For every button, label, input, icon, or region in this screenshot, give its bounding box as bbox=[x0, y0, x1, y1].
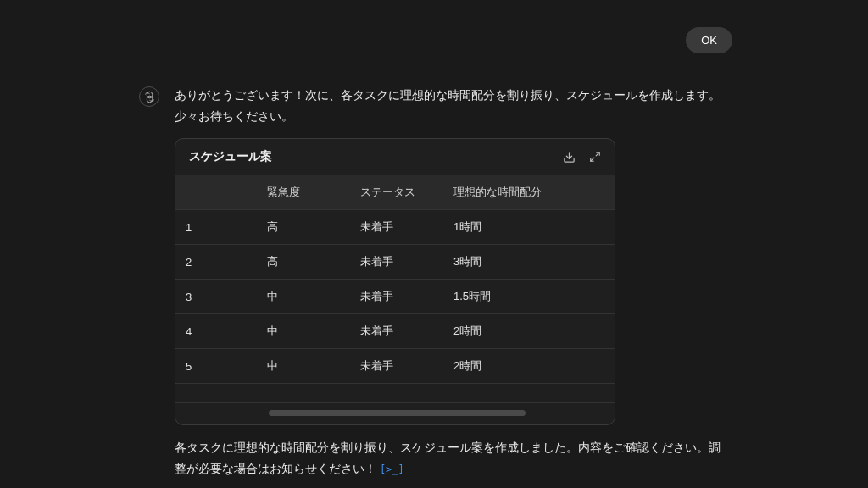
row-num: 5 bbox=[175, 349, 206, 384]
svg-line-1 bbox=[596, 152, 599, 156]
cell-blank bbox=[206, 210, 257, 245]
cell-urgency: 高 bbox=[257, 245, 350, 280]
table-row: 5 中 未着手 2時間 bbox=[175, 349, 615, 384]
cell-allocation: 1.5時間 bbox=[443, 280, 615, 314]
code-link-icon[interactable]: [>_] bbox=[380, 463, 404, 475]
col-urgency: 緊急度 bbox=[257, 175, 350, 210]
message-body: ありがとうございます！次に、各タスクに理想的な時間配分を割り振り、スケジュールを… bbox=[175, 85, 724, 488]
expand-icon[interactable] bbox=[589, 151, 601, 163]
table-row: 3 中 未着手 1.5時間 bbox=[175, 280, 615, 314]
download-icon[interactable] bbox=[563, 151, 576, 164]
assistant-message: ありがとうございます！次に、各タスクに理想的な時間配分を割り振り、スケジュールを… bbox=[139, 85, 724, 488]
openai-icon bbox=[143, 91, 156, 103]
assistant-avatar bbox=[139, 86, 159, 107]
col-allocation: 理想的な時間配分 bbox=[443, 175, 615, 210]
outro-text: 各タスクに理想的な時間配分を割り振り、スケジュール案を作成しました。内容をご確認… bbox=[175, 437, 724, 479]
intro-text: ありがとうございます！次に、各タスクに理想的な時間配分を割り振り、スケジュールを… bbox=[175, 85, 724, 126]
cell-status: 未着手 bbox=[350, 314, 443, 349]
schedule-table-card: スケジュール案 緊急度 ステータス bbox=[175, 138, 615, 425]
cell-blank bbox=[206, 280, 257, 314]
table-title: スケジュール案 bbox=[189, 149, 272, 164]
table-actions bbox=[563, 151, 601, 164]
table-row: 4 中 未着手 2時間 bbox=[175, 314, 615, 349]
cell-urgency: 中 bbox=[257, 349, 350, 384]
cell-urgency: 高 bbox=[257, 210, 350, 245]
cell-urgency: 中 bbox=[257, 314, 350, 349]
row-num: 1 bbox=[175, 210, 206, 245]
col-blank bbox=[206, 175, 257, 210]
cell-status: 未着手 bbox=[350, 349, 443, 384]
row-num: 3 bbox=[175, 280, 206, 314]
table-row: 1 高 未着手 1時間 bbox=[175, 210, 615, 245]
table-row-empty bbox=[175, 384, 615, 403]
cell-status: 未着手 bbox=[350, 280, 443, 314]
col-status: ステータス bbox=[350, 175, 443, 210]
cell-status: 未着手 bbox=[350, 210, 443, 245]
cell-allocation: 1時間 bbox=[443, 210, 615, 245]
cell-blank bbox=[206, 349, 257, 384]
row-num: 4 bbox=[175, 314, 206, 349]
horizontal-scrollbar[interactable] bbox=[191, 410, 599, 416]
col-rownum bbox=[175, 175, 206, 210]
cell-allocation: 2時間 bbox=[443, 349, 615, 384]
schedule-table: 緊急度 ステータス 理想的な時間配分 1 高 未着手 1時間 2 bbox=[175, 175, 615, 403]
cell-status: 未着手 bbox=[350, 245, 443, 280]
ok-button[interactable]: OK bbox=[686, 27, 732, 53]
row-num: 2 bbox=[175, 245, 206, 280]
cell-allocation: 2時間 bbox=[443, 314, 615, 349]
table-row: 2 高 未着手 3時間 bbox=[175, 245, 615, 280]
cell-blank bbox=[206, 245, 257, 280]
cell-urgency: 中 bbox=[257, 280, 350, 314]
scrollbar-thumb[interactable] bbox=[269, 410, 526, 416]
table-header-bar: スケジュール案 bbox=[175, 139, 615, 175]
cell-blank bbox=[206, 314, 257, 349]
svg-line-2 bbox=[591, 158, 594, 161]
cell-allocation: 3時間 bbox=[443, 245, 615, 280]
